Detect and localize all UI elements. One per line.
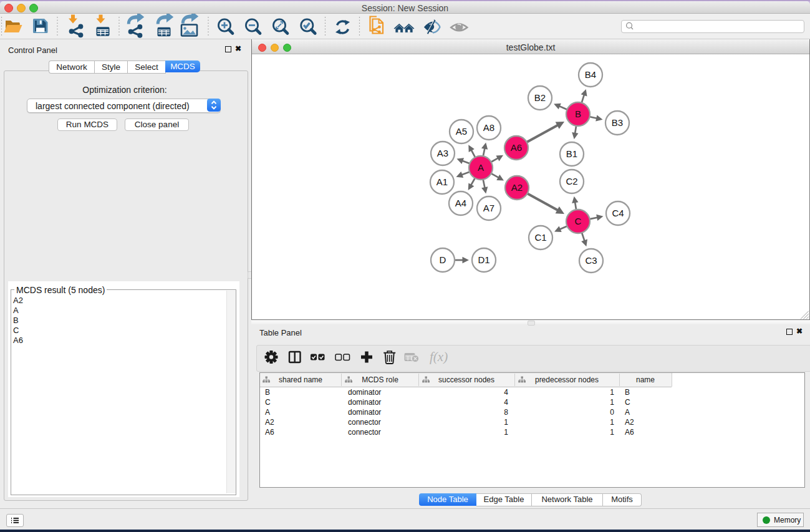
svg-text:A7: A7 — [483, 203, 494, 213]
svg-text:C: C — [575, 216, 582, 226]
svg-text:A2: A2 — [511, 182, 523, 193]
svg-text:A5: A5 — [456, 126, 467, 137]
svg-text:C4: C4 — [612, 208, 624, 218]
svg-text:B3: B3 — [612, 117, 623, 128]
svg-text:B4: B4 — [585, 69, 596, 80]
svg-text:C1: C1 — [534, 232, 546, 243]
svg-text:C3: C3 — [585, 255, 597, 266]
svg-text:B2: B2 — [534, 92, 546, 103]
svg-text:A4: A4 — [455, 198, 466, 208]
svg-text:f(x): f(x) — [430, 349, 448, 364]
svg-text:A3: A3 — [437, 148, 448, 158]
svg-text:B: B — [575, 109, 581, 119]
svg-text:C2: C2 — [566, 176, 577, 186]
svg-text:B1: B1 — [566, 148, 577, 159]
svg-text:A: A — [478, 162, 484, 173]
svg-text:A6: A6 — [511, 142, 522, 153]
svg-text:A1: A1 — [436, 177, 448, 187]
svg-text:D1: D1 — [478, 254, 489, 265]
svg-text:A8: A8 — [483, 122, 494, 133]
svg-text:D: D — [440, 254, 446, 265]
